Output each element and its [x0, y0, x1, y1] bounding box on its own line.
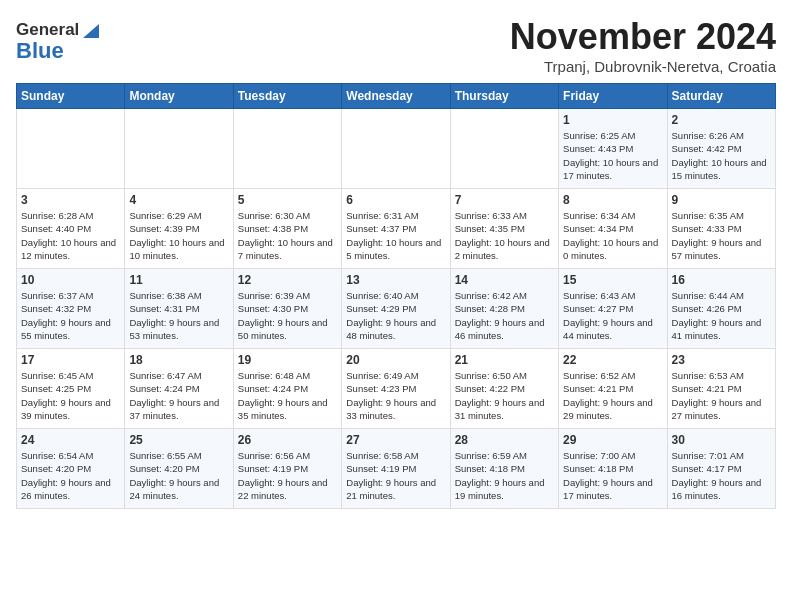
day-cell-8: 8Sunrise: 6:34 AM Sunset: 4:34 PM Daylig…: [559, 189, 667, 269]
day-info: Sunrise: 6:34 AM Sunset: 4:34 PM Dayligh…: [563, 209, 662, 262]
week-row-0: 1Sunrise: 6:25 AM Sunset: 4:43 PM Daylig…: [17, 109, 776, 189]
logo-triangle-icon: [81, 20, 101, 40]
calendar-table: SundayMondayTuesdayWednesdayThursdayFrid…: [16, 83, 776, 509]
day-cell-15: 15Sunrise: 6:43 AM Sunset: 4:27 PM Dayli…: [559, 269, 667, 349]
day-info: Sunrise: 6:25 AM Sunset: 4:43 PM Dayligh…: [563, 129, 662, 182]
day-number: 1: [563, 113, 662, 127]
day-info: Sunrise: 6:43 AM Sunset: 4:27 PM Dayligh…: [563, 289, 662, 342]
day-number: 15: [563, 273, 662, 287]
day-number: 29: [563, 433, 662, 447]
day-number: 10: [21, 273, 120, 287]
day-info: Sunrise: 6:28 AM Sunset: 4:40 PM Dayligh…: [21, 209, 120, 262]
day-number: 17: [21, 353, 120, 367]
empty-cell: [233, 109, 341, 189]
day-cell-5: 5Sunrise: 6:30 AM Sunset: 4:38 PM Daylig…: [233, 189, 341, 269]
day-cell-14: 14Sunrise: 6:42 AM Sunset: 4:28 PM Dayli…: [450, 269, 558, 349]
week-row-3: 17Sunrise: 6:45 AM Sunset: 4:25 PM Dayli…: [17, 349, 776, 429]
week-row-4: 24Sunrise: 6:54 AM Sunset: 4:20 PM Dayli…: [17, 429, 776, 509]
weekday-header-sunday: Sunday: [17, 84, 125, 109]
day-info: Sunrise: 6:45 AM Sunset: 4:25 PM Dayligh…: [21, 369, 120, 422]
month-title: November 2024: [510, 16, 776, 58]
logo-general: General: [16, 20, 79, 40]
day-info: Sunrise: 6:56 AM Sunset: 4:19 PM Dayligh…: [238, 449, 337, 502]
day-number: 3: [21, 193, 120, 207]
day-number: 16: [672, 273, 771, 287]
day-cell-11: 11Sunrise: 6:38 AM Sunset: 4:31 PM Dayli…: [125, 269, 233, 349]
day-info: Sunrise: 6:39 AM Sunset: 4:30 PM Dayligh…: [238, 289, 337, 342]
day-info: Sunrise: 6:47 AM Sunset: 4:24 PM Dayligh…: [129, 369, 228, 422]
day-number: 12: [238, 273, 337, 287]
day-cell-4: 4Sunrise: 6:29 AM Sunset: 4:39 PM Daylig…: [125, 189, 233, 269]
day-number: 11: [129, 273, 228, 287]
day-info: Sunrise: 6:50 AM Sunset: 4:22 PM Dayligh…: [455, 369, 554, 422]
day-cell-2: 2Sunrise: 6:26 AM Sunset: 4:42 PM Daylig…: [667, 109, 775, 189]
day-number: 21: [455, 353, 554, 367]
day-cell-6: 6Sunrise: 6:31 AM Sunset: 4:37 PM Daylig…: [342, 189, 450, 269]
day-info: Sunrise: 6:38 AM Sunset: 4:31 PM Dayligh…: [129, 289, 228, 342]
weekday-header-saturday: Saturday: [667, 84, 775, 109]
empty-cell: [17, 109, 125, 189]
location: Trpanj, Dubrovnik-Neretva, Croatia: [510, 58, 776, 75]
day-cell-30: 30Sunrise: 7:01 AM Sunset: 4:17 PM Dayli…: [667, 429, 775, 509]
day-info: Sunrise: 6:48 AM Sunset: 4:24 PM Dayligh…: [238, 369, 337, 422]
day-info: Sunrise: 6:31 AM Sunset: 4:37 PM Dayligh…: [346, 209, 445, 262]
day-number: 23: [672, 353, 771, 367]
weekday-header-wednesday: Wednesday: [342, 84, 450, 109]
day-number: 18: [129, 353, 228, 367]
empty-cell: [125, 109, 233, 189]
week-row-1: 3Sunrise: 6:28 AM Sunset: 4:40 PM Daylig…: [17, 189, 776, 269]
day-info: Sunrise: 6:42 AM Sunset: 4:28 PM Dayligh…: [455, 289, 554, 342]
day-cell-23: 23Sunrise: 6:53 AM Sunset: 4:21 PM Dayli…: [667, 349, 775, 429]
day-number: 30: [672, 433, 771, 447]
day-number: 24: [21, 433, 120, 447]
day-cell-13: 13Sunrise: 6:40 AM Sunset: 4:29 PM Dayli…: [342, 269, 450, 349]
day-cell-28: 28Sunrise: 6:59 AM Sunset: 4:18 PM Dayli…: [450, 429, 558, 509]
day-info: Sunrise: 6:33 AM Sunset: 4:35 PM Dayligh…: [455, 209, 554, 262]
day-number: 4: [129, 193, 228, 207]
day-info: Sunrise: 6:53 AM Sunset: 4:21 PM Dayligh…: [672, 369, 771, 422]
weekday-header-row: SundayMondayTuesdayWednesdayThursdayFrid…: [17, 84, 776, 109]
day-cell-19: 19Sunrise: 6:48 AM Sunset: 4:24 PM Dayli…: [233, 349, 341, 429]
day-cell-12: 12Sunrise: 6:39 AM Sunset: 4:30 PM Dayli…: [233, 269, 341, 349]
day-info: Sunrise: 6:49 AM Sunset: 4:23 PM Dayligh…: [346, 369, 445, 422]
day-cell-25: 25Sunrise: 6:55 AM Sunset: 4:20 PM Dayli…: [125, 429, 233, 509]
day-cell-24: 24Sunrise: 6:54 AM Sunset: 4:20 PM Dayli…: [17, 429, 125, 509]
day-cell-9: 9Sunrise: 6:35 AM Sunset: 4:33 PM Daylig…: [667, 189, 775, 269]
day-number: 13: [346, 273, 445, 287]
day-info: Sunrise: 6:58 AM Sunset: 4:19 PM Dayligh…: [346, 449, 445, 502]
day-cell-18: 18Sunrise: 6:47 AM Sunset: 4:24 PM Dayli…: [125, 349, 233, 429]
weekday-header-thursday: Thursday: [450, 84, 558, 109]
day-info: Sunrise: 6:59 AM Sunset: 4:18 PM Dayligh…: [455, 449, 554, 502]
day-number: 19: [238, 353, 337, 367]
weekday-header-friday: Friday: [559, 84, 667, 109]
day-info: Sunrise: 6:40 AM Sunset: 4:29 PM Dayligh…: [346, 289, 445, 342]
day-number: 22: [563, 353, 662, 367]
day-cell-10: 10Sunrise: 6:37 AM Sunset: 4:32 PM Dayli…: [17, 269, 125, 349]
day-number: 6: [346, 193, 445, 207]
day-info: Sunrise: 6:52 AM Sunset: 4:21 PM Dayligh…: [563, 369, 662, 422]
day-info: Sunrise: 6:26 AM Sunset: 4:42 PM Dayligh…: [672, 129, 771, 182]
svg-marker-0: [83, 24, 99, 38]
day-cell-21: 21Sunrise: 6:50 AM Sunset: 4:22 PM Dayli…: [450, 349, 558, 429]
day-cell-29: 29Sunrise: 7:00 AM Sunset: 4:18 PM Dayli…: [559, 429, 667, 509]
day-info: Sunrise: 7:00 AM Sunset: 4:18 PM Dayligh…: [563, 449, 662, 502]
day-number: 5: [238, 193, 337, 207]
weekday-header-tuesday: Tuesday: [233, 84, 341, 109]
title-block: November 2024 Trpanj, Dubrovnik-Neretva,…: [510, 16, 776, 75]
day-info: Sunrise: 6:54 AM Sunset: 4:20 PM Dayligh…: [21, 449, 120, 502]
day-info: Sunrise: 6:55 AM Sunset: 4:20 PM Dayligh…: [129, 449, 228, 502]
logo-blue: Blue: [16, 40, 64, 62]
day-number: 8: [563, 193, 662, 207]
empty-cell: [342, 109, 450, 189]
day-number: 2: [672, 113, 771, 127]
day-cell-3: 3Sunrise: 6:28 AM Sunset: 4:40 PM Daylig…: [17, 189, 125, 269]
day-number: 14: [455, 273, 554, 287]
page-header: General Blue November 2024 Trpanj, Dubro…: [16, 16, 776, 75]
day-cell-1: 1Sunrise: 6:25 AM Sunset: 4:43 PM Daylig…: [559, 109, 667, 189]
day-info: Sunrise: 6:30 AM Sunset: 4:38 PM Dayligh…: [238, 209, 337, 262]
day-info: Sunrise: 6:29 AM Sunset: 4:39 PM Dayligh…: [129, 209, 228, 262]
empty-cell: [450, 109, 558, 189]
day-number: 9: [672, 193, 771, 207]
logo: General Blue: [16, 16, 101, 62]
day-number: 27: [346, 433, 445, 447]
